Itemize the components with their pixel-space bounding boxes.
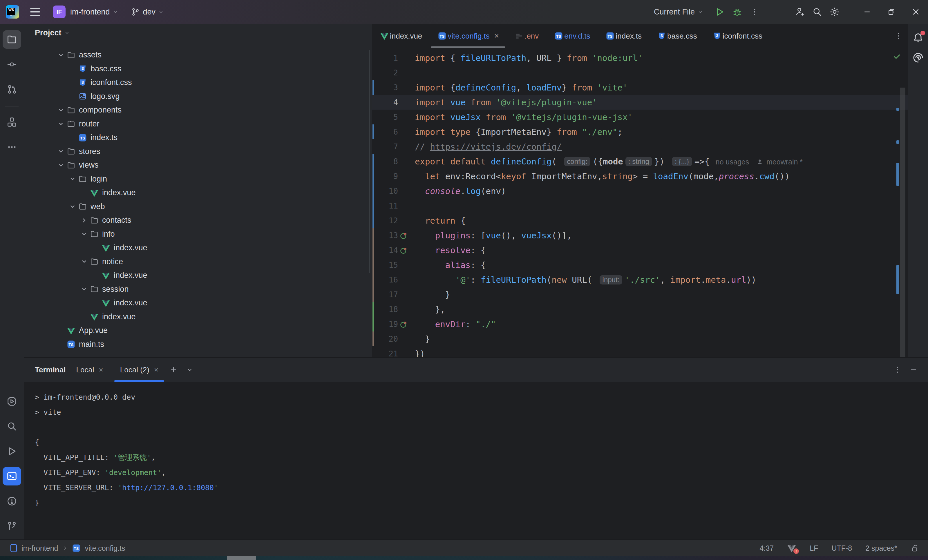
commit-tool-button[interactable] <box>3 55 21 74</box>
version-control-tool-button[interactable] <box>3 517 21 536</box>
run-configuration-selector[interactable]: Current File <box>654 8 704 17</box>
code-line-17[interactable]: 17 } <box>372 287 908 302</box>
tree-item-session[interactable]: session <box>24 282 372 296</box>
terminal-options-button[interactable] <box>890 362 905 377</box>
terminal-session-dropdown[interactable] <box>182 362 197 377</box>
tree-item-info[interactable]: info <box>24 227 372 241</box>
chevron-down-icon[interactable] <box>56 147 66 156</box>
breadcrumb-project[interactable]: im-frontend <box>21 544 58 552</box>
close-window-button[interactable] <box>904 0 928 24</box>
tree-item-App.vue[interactable]: App.vue <box>24 323 372 337</box>
notifications-button[interactable] <box>912 32 924 44</box>
run-tool-button[interactable] <box>3 442 21 461</box>
editor-tab-index.ts[interactable]: TSindex.ts <box>598 24 649 48</box>
chevron-down-icon[interactable] <box>56 50 66 60</box>
code-with-me-button[interactable] <box>791 3 809 21</box>
code-line-13[interactable]: 13 plugins: [vue(), vueJsx()], <box>372 228 908 243</box>
vcs-widget[interactable]: dev <box>131 7 165 17</box>
vcs-change-marker[interactable] <box>372 317 374 331</box>
ai-assistant-button[interactable] <box>912 52 924 64</box>
vcs-change-marker[interactable] <box>372 228 374 243</box>
code-line-9[interactable]: 9 let env:Record<keyof ImportMetaEnv,str… <box>372 169 908 183</box>
vcs-change-marker[interactable] <box>372 302 374 317</box>
vue-status-widget[interactable]: ! <box>787 543 796 553</box>
code-line-5[interactable]: 5import vueJsx from '@vitejs/plugin-vue-… <box>372 110 908 124</box>
code-line-20[interactable]: 20 } <box>372 331 908 346</box>
vcs-change-marker[interactable] <box>372 183 374 198</box>
terminal-tool-button[interactable] <box>3 467 21 485</box>
editor-tab-base.css[interactable]: 3base.css <box>649 24 705 48</box>
breadcrumb-file[interactable]: vite.config.ts <box>85 544 125 552</box>
code-editor[interactable]: 1import { fileURLToPath, URL } from 'nod… <box>372 48 908 360</box>
line-separator-widget[interactable]: LF <box>810 544 818 552</box>
vcs-change-marker[interactable] <box>372 198 374 213</box>
tree-item-index.vue[interactable]: index.vue <box>24 310 372 324</box>
tree-item-components[interactable]: components <box>24 103 372 117</box>
tree-item-base.css[interactable]: 3base.css <box>24 62 372 76</box>
close-tab-icon[interactable]: × <box>99 365 103 374</box>
tree-item-logo.svg[interactable]: logo.svg <box>24 90 372 104</box>
tree-item-index.ts[interactable]: TSindex.ts <box>24 131 372 145</box>
chevron-down-icon[interactable] <box>67 202 78 211</box>
editor-tab-index.vue[interactable]: index.vue <box>372 24 430 48</box>
hide-terminal-button[interactable] <box>906 362 921 377</box>
project-tool-button[interactable] <box>3 30 21 49</box>
chevron-down-icon[interactable] <box>56 161 66 170</box>
chevron-down-icon[interactable] <box>67 174 78 183</box>
editor-tab-.env[interactable]: .env <box>507 24 546 48</box>
structure-tool-button[interactable] <box>3 113 21 131</box>
tree-item-index.vue[interactable]: index.vue <box>24 296 372 310</box>
tree-item-main.ts[interactable]: TSmain.ts <box>24 337 372 351</box>
chevron-down-icon[interactable] <box>56 105 66 115</box>
more-tool-windows-button[interactable] <box>3 138 21 156</box>
vcs-change-marker[interactable] <box>372 243 374 258</box>
terminal-output[interactable]: > im-frontend@0.0.0 dev> vite{ VITE_APP_… <box>24 382 928 510</box>
tree-item-iconfont.css[interactable]: 3iconfont.css <box>24 76 372 90</box>
close-tab-icon[interactable]: × <box>494 32 499 40</box>
tree-item-web[interactable]: web <box>24 200 372 214</box>
code-line-14[interactable]: 14 resolve: { <box>372 243 908 258</box>
editor-scrollbar[interactable] <box>900 88 905 366</box>
code-line-6[interactable]: 6import type {ImportMetaEnv} from "./env… <box>372 124 908 139</box>
chevron-right-icon[interactable] <box>79 216 89 225</box>
code-line-7[interactable]: 7// https://vitejs.dev/config/ <box>372 139 908 154</box>
problems-tool-button[interactable] <box>3 492 21 510</box>
tree-item-views[interactable]: views <box>24 158 372 172</box>
debug-button[interactable] <box>728 3 746 21</box>
code-line-16[interactable]: 16 '@': fileURLToPath(new URL( input:'./… <box>372 272 908 287</box>
project-widget[interactable]: im-frontend <box>66 8 119 17</box>
vcs-change-marker[interactable] <box>372 287 374 302</box>
code-line-3[interactable]: 3import {defineConfig, loadEnv} from 'vi… <box>372 80 908 95</box>
tree-item-notice[interactable]: notice <box>24 255 372 269</box>
project-scrollbar[interactable] <box>369 50 369 273</box>
minimize-window-button[interactable] <box>855 0 879 24</box>
vcs-change-marker[interactable] <box>372 124 374 139</box>
vcs-change-marker[interactable] <box>372 272 374 287</box>
chevron-down-icon[interactable] <box>56 119 66 128</box>
code-line-12[interactable]: 12 return { <box>372 213 908 228</box>
more-actions-button[interactable] <box>746 3 763 21</box>
vcs-change-marker[interactable] <box>372 258 374 272</box>
vcs-change-marker[interactable] <box>372 80 374 95</box>
code-line-19[interactable]: 19 envDir: "./" <box>372 317 908 331</box>
search-everywhere-button[interactable] <box>809 3 826 21</box>
overwritten-property-gutter-icon[interactable] <box>398 231 410 240</box>
restore-window-button[interactable] <box>879 0 904 24</box>
tree-item-assets[interactable]: assets <box>24 48 372 62</box>
unlock-icon[interactable] <box>911 544 919 552</box>
editor-tab-env.d.ts[interactable]: TSenv.d.ts <box>546 24 598 48</box>
new-terminal-session-button[interactable] <box>166 362 181 377</box>
pull-requests-tool-button[interactable] <box>3 80 21 99</box>
close-tab-icon[interactable]: × <box>154 365 159 374</box>
tree-item-index.vue[interactable]: index.vue <box>24 186 372 200</box>
project-panel-header[interactable]: Project <box>24 24 372 42</box>
editor-tab-vite.config.ts[interactable]: TSvite.config.ts× <box>430 24 507 48</box>
vcs-change-marker[interactable] <box>372 169 374 183</box>
tree-item-index.vue[interactable]: index.vue <box>24 269 372 282</box>
main-menu-icon[interactable] <box>30 8 40 16</box>
tree-item-index.vue[interactable]: index.vue <box>24 241 372 255</box>
overwritten-property-gutter-icon[interactable] <box>398 246 410 255</box>
tab-options-button[interactable] <box>894 24 908 48</box>
chevron-down-icon[interactable] <box>79 284 89 294</box>
code-line-1[interactable]: 1import { fileURLToPath, URL } from 'nod… <box>372 50 908 65</box>
